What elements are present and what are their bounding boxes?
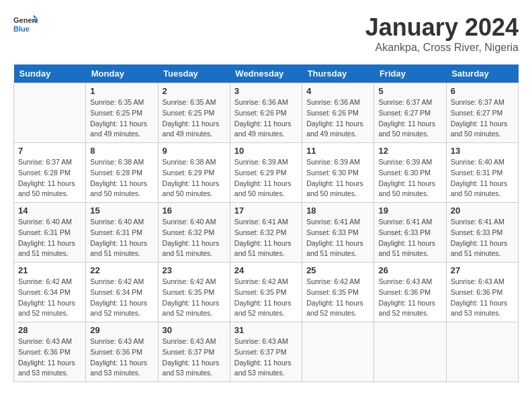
sunrise-text: Sunrise: 6:40 AM — [451, 157, 514, 168]
day-info: Sunrise: 6:39 AM Sunset: 6:30 PM Dayligh… — [306, 157, 369, 199]
table-row: 26 Sunrise: 6:43 AM Sunset: 6:36 PM Dayl… — [374, 263, 446, 322]
day-number: 13 — [451, 146, 514, 156]
day-info: Sunrise: 6:42 AM Sunset: 6:35 PM Dayligh… — [234, 277, 298, 319]
day-number: 26 — [378, 265, 441, 275]
sunrise-text: Sunrise: 6:43 AM — [163, 336, 226, 347]
day-number: 27 — [451, 265, 514, 275]
sunset-text: Sunset: 6:33 PM — [306, 228, 369, 238]
table-row: 12 Sunrise: 6:39 AM Sunset: 6:30 PM Dayl… — [374, 143, 446, 203]
daylight-text: Daylight: 11 hours and 50 minutes. — [18, 179, 81, 200]
calendar-week-5: 28 Sunrise: 6:43 AM Sunset: 6:36 PM Dayl… — [14, 322, 519, 382]
sunset-text: Sunset: 6:35 PM — [163, 287, 226, 298]
day-info: Sunrise: 6:41 AM Sunset: 6:33 PM Dayligh… — [378, 217, 441, 259]
sunset-text: Sunset: 6:32 PM — [234, 228, 298, 238]
daylight-text: Daylight: 11 hours and 50 minutes. — [451, 119, 514, 140]
daylight-text: Daylight: 11 hours and 49 minutes. — [306, 119, 369, 140]
day-number: 22 — [90, 265, 153, 275]
day-info: Sunrise: 6:41 AM Sunset: 6:33 PM Dayligh… — [306, 217, 369, 259]
daylight-text: Daylight: 11 hours and 51 minutes. — [451, 238, 514, 260]
daylight-text: Daylight: 11 hours and 49 minutes. — [90, 119, 153, 140]
table-row: 23 Sunrise: 6:42 AM Sunset: 6:35 PM Dayl… — [158, 263, 230, 322]
day-info: Sunrise: 6:43 AM Sunset: 6:36 PM Dayligh… — [451, 277, 514, 319]
sunrise-text: Sunrise: 6:40 AM — [18, 217, 81, 228]
sunrise-text: Sunrise: 6:40 AM — [90, 217, 153, 228]
sunrise-text: Sunrise: 6:39 AM — [306, 157, 369, 168]
calendar-week-2: 7 Sunrise: 6:37 AM Sunset: 6:28 PM Dayli… — [14, 143, 519, 203]
day-number: 5 — [378, 86, 441, 96]
sunset-text: Sunset: 6:26 PM — [234, 108, 298, 119]
day-number: 2 — [163, 86, 226, 96]
daylight-text: Daylight: 11 hours and 52 minutes. — [378, 298, 441, 320]
daylight-text: Daylight: 11 hours and 53 minutes. — [234, 358, 298, 379]
day-info: Sunrise: 6:40 AM Sunset: 6:31 PM Dayligh… — [451, 157, 514, 199]
sunset-text: Sunset: 6:31 PM — [451, 168, 514, 179]
day-info: Sunrise: 6:37 AM Sunset: 6:27 PM Dayligh… — [451, 97, 514, 140]
table-row: 14 Sunrise: 6:40 AM Sunset: 6:31 PM Dayl… — [14, 203, 86, 263]
sunset-text: Sunset: 6:36 PM — [18, 347, 81, 358]
daylight-text: Daylight: 11 hours and 52 minutes. — [163, 298, 226, 320]
sunrise-text: Sunrise: 6:35 AM — [163, 97, 226, 108]
day-info: Sunrise: 6:43 AM Sunset: 6:36 PM Dayligh… — [90, 336, 153, 379]
daylight-text: Daylight: 11 hours and 53 minutes. — [90, 358, 153, 379]
day-number: 17 — [234, 205, 298, 216]
table-row: 22 Sunrise: 6:42 AM Sunset: 6:34 PM Dayl… — [86, 263, 158, 322]
day-number: 9 — [163, 146, 226, 156]
table-row: 19 Sunrise: 6:41 AM Sunset: 6:33 PM Dayl… — [374, 203, 446, 263]
day-info: Sunrise: 6:38 AM Sunset: 6:29 PM Dayligh… — [163, 157, 226, 199]
day-info: Sunrise: 6:41 AM Sunset: 6:33 PM Dayligh… — [451, 217, 514, 259]
daylight-text: Daylight: 11 hours and 52 minutes. — [234, 298, 298, 320]
title-area: January 2024 Akankpa, Cross River, Niger… — [365, 13, 519, 54]
table-row: 20 Sunrise: 6:41 AM Sunset: 6:33 PM Dayl… — [446, 203, 518, 263]
sunset-text: Sunset: 6:32 PM — [163, 228, 226, 238]
sunset-text: Sunset: 6:36 PM — [90, 347, 153, 358]
day-number: 3 — [234, 86, 298, 96]
table-row: 13 Sunrise: 6:40 AM Sunset: 6:31 PM Dayl… — [446, 143, 518, 203]
sunrise-text: Sunrise: 6:41 AM — [234, 217, 298, 228]
table-row: 25 Sunrise: 6:42 AM Sunset: 6:35 PM Dayl… — [302, 263, 374, 322]
daylight-text: Daylight: 11 hours and 50 minutes. — [378, 119, 441, 140]
day-number: 21 — [18, 265, 81, 275]
table-row: 4 Sunrise: 6:36 AM Sunset: 6:26 PM Dayli… — [302, 83, 374, 143]
table-row: 6 Sunrise: 6:37 AM Sunset: 6:27 PM Dayli… — [446, 83, 518, 143]
table-row: 18 Sunrise: 6:41 AM Sunset: 6:33 PM Dayl… — [302, 203, 374, 263]
table-row: 16 Sunrise: 6:40 AM Sunset: 6:32 PM Dayl… — [158, 203, 230, 263]
col-thursday: Thursday — [302, 64, 374, 83]
sunrise-text: Sunrise: 6:39 AM — [234, 157, 298, 168]
sunset-text: Sunset: 6:37 PM — [163, 347, 226, 358]
sunset-text: Sunset: 6:33 PM — [451, 228, 514, 238]
sunrise-text: Sunrise: 6:43 AM — [234, 336, 298, 347]
table-row: 2 Sunrise: 6:35 AM Sunset: 6:25 PM Dayli… — [158, 83, 230, 143]
sunrise-text: Sunrise: 6:43 AM — [90, 336, 153, 347]
calendar-header-row: Sunday Monday Tuesday Wednesday Thursday… — [14, 64, 519, 83]
col-monday: Monday — [86, 64, 158, 83]
table-row: 11 Sunrise: 6:39 AM Sunset: 6:30 PM Dayl… — [302, 143, 374, 203]
sunrise-text: Sunrise: 6:37 AM — [451, 97, 514, 108]
sunrise-text: Sunrise: 6:37 AM — [378, 97, 441, 108]
day-number: 18 — [306, 205, 369, 216]
table-row: 28 Sunrise: 6:43 AM Sunset: 6:36 PM Dayl… — [14, 322, 86, 382]
day-number: 23 — [163, 265, 226, 275]
sunset-text: Sunset: 6:28 PM — [90, 168, 153, 179]
col-saturday: Saturday — [446, 64, 518, 83]
daylight-text: Daylight: 11 hours and 49 minutes. — [234, 119, 298, 140]
table-row: 29 Sunrise: 6:43 AM Sunset: 6:36 PM Dayl… — [86, 322, 158, 382]
sunrise-text: Sunrise: 6:43 AM — [18, 336, 81, 347]
daylight-text: Daylight: 11 hours and 53 minutes. — [451, 298, 514, 320]
day-number: 30 — [163, 325, 226, 335]
sunset-text: Sunset: 6:26 PM — [306, 108, 369, 119]
table-row: 21 Sunrise: 6:42 AM Sunset: 6:34 PM Dayl… — [14, 263, 86, 322]
daylight-text: Daylight: 11 hours and 51 minutes. — [378, 238, 441, 260]
calendar-week-4: 21 Sunrise: 6:42 AM Sunset: 6:34 PM Dayl… — [14, 263, 519, 322]
sunrise-text: Sunrise: 6:42 AM — [234, 277, 298, 287]
table-row: 17 Sunrise: 6:41 AM Sunset: 6:32 PM Dayl… — [230, 203, 302, 263]
day-number: 28 — [18, 325, 81, 335]
sunrise-text: Sunrise: 6:39 AM — [378, 157, 441, 168]
table-row — [14, 83, 86, 143]
table-row: 1 Sunrise: 6:35 AM Sunset: 6:25 PM Dayli… — [86, 83, 158, 143]
daylight-text: Daylight: 11 hours and 50 minutes. — [378, 179, 441, 200]
table-row: 10 Sunrise: 6:39 AM Sunset: 6:29 PM Dayl… — [230, 143, 302, 203]
sunrise-text: Sunrise: 6:42 AM — [306, 277, 369, 287]
sunrise-text: Sunrise: 6:41 AM — [378, 217, 441, 228]
sunrise-text: Sunrise: 6:36 AM — [306, 97, 369, 108]
sunset-text: Sunset: 6:35 PM — [234, 287, 298, 298]
